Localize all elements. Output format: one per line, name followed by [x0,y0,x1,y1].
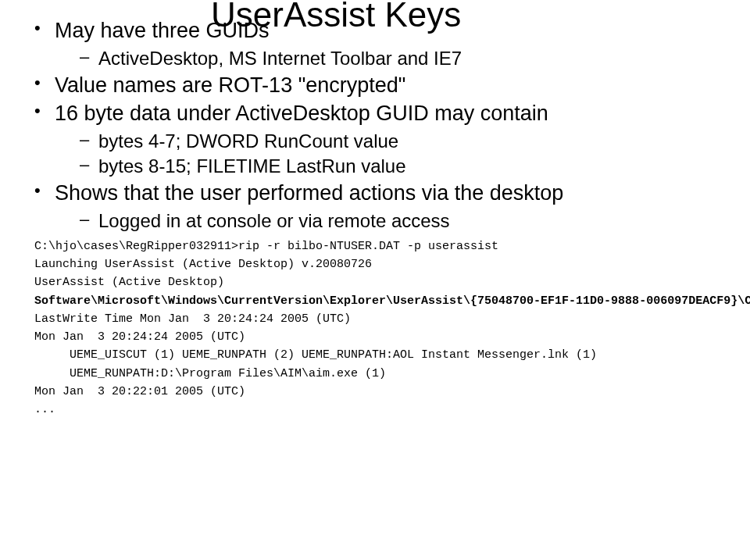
bullet-1-text: May have three GUIDs [55,19,270,42]
mono-line-3: UserAssist (Active Desktop) [34,276,224,289]
bullet-1-sub-1: ActiveDesktop, MS Internet Toolbar and I… [55,46,728,70]
bullet-4-sub-1: Logged in at console or via remote acces… [55,209,728,233]
mono-line-4: Software\Microsoft\Windows\CurrentVersio… [34,294,750,308]
mono-line-2: Launching UserAssist (Active Desktop) v.… [34,258,372,271]
bullet-3-sub: bytes 4-7; DWORD RunCount value bytes 8-… [55,129,728,178]
bullet-4: Shows that the user performed actions vi… [34,180,728,233]
mono-line-7: UEME_UISCUT (1) UEME_RUNPATH (2) UEME_RU… [34,346,597,364]
slide-content: May have three GUIDs ActiveDesktop, MS I… [34,16,728,419]
bullet-3-sub-2: bytes 8-15; FILETIME LastRun value [55,154,728,178]
mono-line-6: Mon Jan 3 20:24:24 2005 (UTC) [34,330,245,344]
bullet-2: Value names are ROT-13 "encrypted" [34,72,728,99]
mono-line-9: Mon Jan 3 20:22:01 2005 (UTC) [34,385,245,398]
bullet-1: May have three GUIDs ActiveDesktop, MS I… [34,17,728,70]
bullet-4-sub: Logged in at console or via remote acces… [55,209,728,233]
bullet-3: 16 byte data under ActiveDesktop GUID ma… [34,100,728,178]
mono-line-10: ... [34,403,55,416]
slide: UserAssist Keys May have three GUIDs Act… [0,0,750,560]
bullet-list: May have three GUIDs ActiveDesktop, MS I… [34,17,728,233]
bullet-1-sub: ActiveDesktop, MS Internet Toolbar and I… [55,46,728,70]
bullet-3-sub-1: bytes 4-7; DWORD RunCount value [55,129,728,153]
terminal-output: C:\hjo\cases\RegRipper032911>rip -r bilb… [34,237,728,419]
mono-line-8: UEME_RUNPATH:D:\Program Files\AIM\aim.ex… [34,365,386,383]
mono-line-1: C:\hjo\cases\RegRipper032911>rip -r bilb… [34,240,498,253]
mono-line-5: LastWrite Time Mon Jan 3 20:24:24 2005 (… [34,312,351,326]
bullet-4-text: Shows that the user performed actions vi… [55,181,563,205]
bullet-3-text: 16 byte data under ActiveDesktop GUID ma… [55,102,548,125]
